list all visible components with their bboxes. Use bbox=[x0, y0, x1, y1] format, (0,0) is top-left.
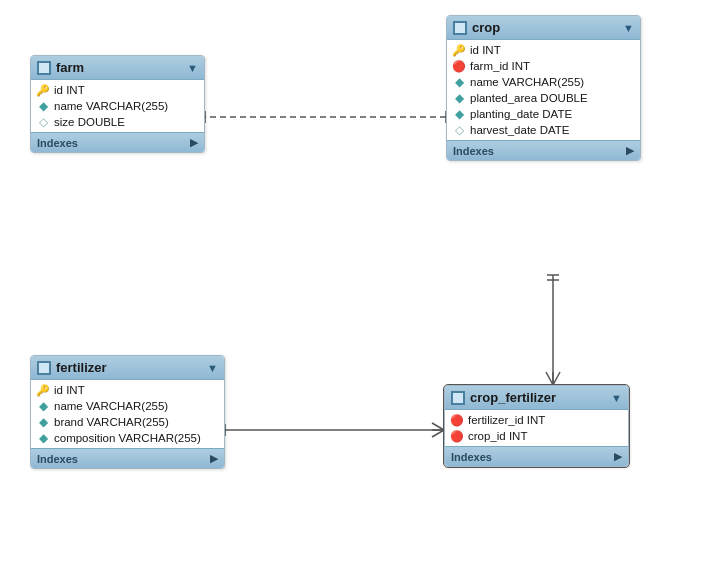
fertilizer-footer-arrow: ▶ bbox=[210, 452, 218, 465]
fertilizer-field-name: ◆ name VARCHAR(255) bbox=[31, 398, 224, 414]
table-farm-footer[interactable]: Indexes ▶ bbox=[31, 132, 204, 152]
diamond-icon: ◆ bbox=[37, 432, 49, 444]
cropfert-footer-arrow: ▶ bbox=[614, 450, 622, 463]
diamond-empty-icon: ◇ bbox=[453, 124, 465, 136]
table-crop[interactable]: crop ▼ 🔑 id INT 🔴 farm_id INT ◆ name VAR… bbox=[446, 15, 641, 161]
cropfert-field-crop-id: 🔴 crop_id INT bbox=[445, 428, 628, 444]
crop-harvest-date-field: harvest_date DATE bbox=[470, 124, 570, 136]
diamond-empty-icon: ◇ bbox=[37, 116, 49, 128]
table-icon bbox=[451, 391, 465, 405]
farm-field-id: 🔑 id INT bbox=[31, 82, 204, 98]
crop-field-farmid: 🔴 farm_id INT bbox=[447, 58, 640, 74]
fertilizer-field-brand: ◆ brand VARCHAR(255) bbox=[31, 414, 224, 430]
diamond-icon: ◆ bbox=[37, 416, 49, 428]
crop-field-planted-area: ◆ planted_area DOUBLE bbox=[447, 90, 640, 106]
cropfert-crop-id-field: crop_id INT bbox=[468, 430, 527, 442]
crop-field-harvest-date: ◇ harvest_date DATE bbox=[447, 122, 640, 138]
fk-icon: 🔴 bbox=[453, 60, 465, 72]
farm-footer-arrow: ▶ bbox=[190, 136, 198, 149]
svg-line-17 bbox=[432, 423, 444, 430]
crop-fertilizer-header-arrow: ▼ bbox=[611, 392, 622, 404]
crop-name-field: name VARCHAR(255) bbox=[470, 76, 584, 88]
fertilizer-name-field: name VARCHAR(255) bbox=[54, 400, 168, 412]
table-fertilizer-body: 🔑 id INT ◆ name VARCHAR(255) ◆ brand VAR… bbox=[31, 380, 224, 448]
diamond-icon: ◆ bbox=[37, 400, 49, 412]
farm-size-field: size DOUBLE bbox=[54, 116, 125, 128]
table-crop-header: crop ▼ bbox=[447, 16, 640, 40]
table-fertilizer[interactable]: fertilizer ▼ 🔑 id INT ◆ name VARCHAR(255… bbox=[30, 355, 225, 469]
crop-planted-area-field: planted_area DOUBLE bbox=[470, 92, 588, 104]
crop-field-name: ◆ name VARCHAR(255) bbox=[447, 74, 640, 90]
table-crop-title: crop bbox=[472, 20, 618, 35]
farm-indexes-label: Indexes bbox=[37, 137, 78, 149]
cropfert-indexes-label: Indexes bbox=[451, 451, 492, 463]
diamond-icon: ◆ bbox=[453, 92, 465, 104]
fertilizer-brand-field: brand VARCHAR(255) bbox=[54, 416, 169, 428]
crop-footer-arrow: ▶ bbox=[626, 144, 634, 157]
table-farm-title: farm bbox=[56, 60, 182, 75]
cropfert-fertilizer-id-field: fertilizer_id INT bbox=[468, 414, 545, 426]
crop-field-planting-date: ◆ planting_date DATE bbox=[447, 106, 640, 122]
diamond-icon: ◆ bbox=[453, 76, 465, 88]
crop-indexes-label: Indexes bbox=[453, 145, 494, 157]
diamond-icon: ◆ bbox=[453, 108, 465, 120]
table-farm[interactable]: farm ▼ 🔑 id INT ◆ name VARCHAR(255) ◇ si… bbox=[30, 55, 205, 153]
diamond-icon: ◆ bbox=[37, 100, 49, 112]
farm-id-field: id INT bbox=[54, 84, 85, 96]
svg-line-19 bbox=[432, 430, 444, 437]
farm-field-name: ◆ name VARCHAR(255) bbox=[31, 98, 204, 114]
crop-id-field: id INT bbox=[470, 44, 501, 56]
table-icon bbox=[37, 361, 51, 375]
table-fertilizer-footer[interactable]: Indexes ▶ bbox=[31, 448, 224, 468]
crop-planting-date-field: planting_date DATE bbox=[470, 108, 572, 120]
cropfert-field-fertilizer-id: 🔴 fertilizer_id INT bbox=[445, 412, 628, 428]
table-fertilizer-title: fertilizer bbox=[56, 360, 202, 375]
fertilizer-field-id: 🔑 id INT bbox=[31, 382, 224, 398]
table-farm-header: farm ▼ bbox=[31, 56, 204, 80]
table-crop-fertilizer-footer[interactable]: Indexes ▶ bbox=[445, 446, 628, 466]
farm-name-field: name VARCHAR(255) bbox=[54, 100, 168, 112]
crop-farmid-field: farm_id INT bbox=[470, 60, 530, 72]
table-crop-fertilizer-header: crop_fertilizer ▼ bbox=[445, 386, 628, 410]
table-icon bbox=[453, 21, 467, 35]
table-crop-footer[interactable]: Indexes ▶ bbox=[447, 140, 640, 160]
table-crop-fertilizer-title: crop_fertilizer bbox=[470, 390, 606, 405]
table-farm-body: 🔑 id INT ◆ name VARCHAR(255) ◇ size DOUB… bbox=[31, 80, 204, 132]
svg-line-12 bbox=[553, 372, 560, 385]
farm-field-size: ◇ size DOUBLE bbox=[31, 114, 204, 130]
table-crop-body: 🔑 id INT 🔴 farm_id INT ◆ name VARCHAR(25… bbox=[447, 40, 640, 140]
diagram-canvas: farm ▼ 🔑 id INT ◆ name VARCHAR(255) ◇ si… bbox=[0, 0, 712, 587]
fertilizer-field-composition: ◆ composition VARCHAR(255) bbox=[31, 430, 224, 446]
key-icon: 🔑 bbox=[453, 44, 465, 56]
table-crop-fertilizer-body: 🔴 fertilizer_id INT 🔴 crop_id INT bbox=[445, 410, 628, 446]
crop-header-arrow: ▼ bbox=[623, 22, 634, 34]
fertilizer-indexes-label: Indexes bbox=[37, 453, 78, 465]
fertilizer-header-arrow: ▼ bbox=[207, 362, 218, 374]
table-crop-fertilizer[interactable]: crop_fertilizer ▼ 🔴 fertilizer_id INT 🔴 … bbox=[444, 385, 629, 467]
key-icon: 🔑 bbox=[37, 84, 49, 96]
farm-header-arrow: ▼ bbox=[187, 62, 198, 74]
fertilizer-id-field: id INT bbox=[54, 384, 85, 396]
svg-line-10 bbox=[546, 372, 553, 385]
table-icon bbox=[37, 61, 51, 75]
table-fertilizer-header: fertilizer ▼ bbox=[31, 356, 224, 380]
crop-field-id: 🔑 id INT bbox=[447, 42, 640, 58]
fk-icon: 🔴 bbox=[451, 414, 463, 426]
key-icon: 🔑 bbox=[37, 384, 49, 396]
fertilizer-composition-field: composition VARCHAR(255) bbox=[54, 432, 201, 444]
fk-icon: 🔴 bbox=[451, 430, 463, 442]
